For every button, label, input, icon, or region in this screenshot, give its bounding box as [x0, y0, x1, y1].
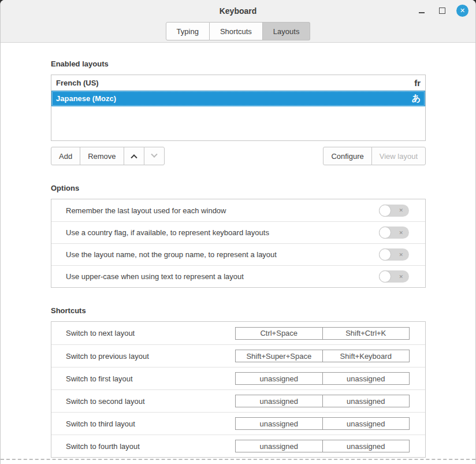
- chevron-up-icon: [131, 154, 137, 161]
- configure-button[interactable]: Configure: [323, 147, 371, 165]
- layout-buttons-row: Add Remove Configure View layout: [51, 147, 426, 165]
- keybinding-cell-1[interactable]: unassigned: [236, 395, 322, 407]
- window-header: Keyboard ✕ Typing Shortcuts Layouts: [1, 0, 475, 43]
- maximize-button[interactable]: [436, 5, 448, 17]
- shortcut-label: Switch to fourth layout: [66, 442, 140, 451]
- toggle-knob: [379, 205, 391, 217]
- tab-typing[interactable]: Typing: [166, 22, 210, 40]
- minimize-button[interactable]: [416, 5, 427, 17]
- keybinding-cell-2[interactable]: Shift+Keyboard: [322, 350, 410, 362]
- enabled-layouts-heading: Enabled layouts: [51, 60, 426, 68]
- chevron-down-icon: [151, 151, 157, 158]
- keybinding-cell-1[interactable]: unassigned: [236, 373, 322, 384]
- layout-name: French (US): [56, 79, 99, 87]
- keybinding-group: Shift+Super+Space Shift+Keyboard: [235, 350, 410, 362]
- toggle-knob: [379, 227, 391, 239]
- shortcut-label: Switch to second layout: [66, 397, 145, 406]
- layouts-page: Enabled layouts French (US) fr Japanese …: [1, 43, 475, 464]
- move-up-button[interactable]: [124, 147, 144, 165]
- shortcuts-heading: Shortcuts: [51, 306, 426, 315]
- toggle-remember-layout[interactable]: ✕: [379, 205, 409, 217]
- window-controls: ✕: [416, 0, 468, 21]
- keybinding-cell-1[interactable]: unassigned: [236, 440, 322, 452]
- keybinding-group: unassigned unassigned: [235, 417, 410, 430]
- maximize-icon: [439, 8, 445, 14]
- keybinding-cell-2[interactable]: unassigned: [322, 395, 410, 407]
- toggle-off-icon: ✕: [399, 207, 403, 213]
- option-label: Use the layout name, not the group name,…: [66, 250, 277, 259]
- view-layout-button[interactable]: View layout: [371, 147, 426, 165]
- toggle-off-icon: ✕: [399, 229, 403, 235]
- toggle-layout-name[interactable]: ✕: [379, 248, 409, 261]
- minimize-icon: [419, 12, 425, 13]
- shortcut-row-next-layout: Switch to next layout Ctrl+Space Shift+C…: [51, 322, 425, 344]
- keybinding-group: unassigned unassigned: [235, 395, 410, 407]
- shortcut-row-third-layout: Switch to third layout unassigned unassi…: [51, 412, 425, 435]
- toggle-knob: [379, 270, 391, 283]
- layout-row-japanese[interactable]: Japanese (Mozc) あ: [51, 91, 425, 106]
- window-bottom-edge: [1, 459, 475, 460]
- keybinding-cell-1[interactable]: Shift+Super+Space: [236, 350, 322, 362]
- keybinding-cell-2[interactable]: unassigned: [322, 440, 410, 452]
- tab-typing-label: Typing: [177, 27, 199, 36]
- tab-layouts[interactable]: Layouts: [263, 22, 311, 40]
- keybinding-group: Ctrl+Space Shift+Ctrl+K: [235, 327, 410, 340]
- toggle-off-icon: ✕: [399, 251, 403, 257]
- add-button[interactable]: Add: [51, 147, 80, 165]
- enabled-layouts-list: French (US) fr Japanese (Mozc) あ: [51, 75, 426, 141]
- layout-indicator-fr: fr: [414, 78, 421, 88]
- tab-group: Typing Shortcuts Layouts: [166, 22, 311, 40]
- shortcut-label: Switch to previous layout: [66, 352, 149, 361]
- layout-row-french[interactable]: French (US) fr: [51, 75, 425, 91]
- option-row-remember-layout: Remember the last layout used for each w…: [51, 199, 425, 221]
- toggle-country-flag[interactable]: ✕: [379, 227, 409, 239]
- option-row-upper-case: Use upper-case when using text to repres…: [51, 265, 425, 287]
- toggle-off-icon: ✕: [399, 273, 403, 279]
- keybinding-cell-1[interactable]: unassigned: [236, 418, 322, 429]
- keyboard-settings-window: Keyboard ✕ Typing Shortcuts Layouts Enab…: [0, 0, 476, 464]
- shortcut-label: Switch to third layout: [66, 420, 135, 428]
- shortcut-row-second-layout: Switch to second layout unassigned unass…: [51, 389, 425, 412]
- option-row-layout-name: Use the layout name, not the group name,…: [51, 243, 425, 265]
- option-label: Use upper-case when using text to repres…: [66, 272, 244, 281]
- keybinding-cell-1[interactable]: Ctrl+Space: [236, 328, 322, 339]
- close-icon: ✕: [460, 7, 465, 14]
- shortcut-row-first-layout: Switch to first layout unassigned unassi…: [51, 367, 425, 389]
- layout-action-buttons: Configure View layout: [323, 147, 426, 165]
- option-label: Use a country flag, if available, to rep…: [66, 228, 269, 237]
- move-down-button[interactable]: [144, 147, 165, 165]
- shortcut-label: Switch to next layout: [66, 329, 135, 337]
- shortcuts-panel: Switch to next layout Ctrl+Space Shift+C…: [51, 321, 426, 458]
- tab-shortcuts-label: Shortcuts: [220, 27, 252, 36]
- shortcut-row-fourth-layout: Switch to fourth layout unassigned unass…: [51, 435, 425, 457]
- toggle-upper-case[interactable]: ✕: [379, 270, 409, 283]
- options-heading: Options: [51, 184, 426, 192]
- keybinding-cell-2[interactable]: unassigned: [322, 373, 410, 384]
- options-panel: Remember the last layout used for each w…: [51, 199, 426, 288]
- layout-indicator-ja: あ: [412, 93, 421, 104]
- shortcut-label: Switch to first layout: [66, 374, 133, 383]
- window-title: Keyboard: [220, 6, 257, 16]
- keybinding-cell-2[interactable]: Shift+Ctrl+K: [322, 328, 410, 339]
- keybinding-cell-2[interactable]: unassigned: [322, 418, 410, 429]
- layout-name: Japanese (Mozc): [56, 94, 116, 103]
- titlebar: Keyboard ✕: [1, 0, 475, 21]
- tab-bar: Typing Shortcuts Layouts: [1, 21, 475, 42]
- option-label: Remember the last layout used for each w…: [66, 206, 226, 215]
- option-row-country-flag: Use a country flag, if available, to rep…: [51, 221, 425, 243]
- keybinding-group: unassigned unassigned: [235, 440, 410, 452]
- keybinding-group: unassigned unassigned: [235, 372, 410, 385]
- remove-button[interactable]: Remove: [80, 147, 124, 165]
- close-button[interactable]: ✕: [456, 5, 468, 17]
- toggle-knob: [379, 248, 391, 261]
- layout-edit-buttons: Add Remove: [51, 147, 165, 165]
- shortcut-row-previous-layout: Switch to previous layout Shift+Super+Sp…: [51, 344, 425, 367]
- tab-layouts-label: Layouts: [273, 27, 300, 36]
- tab-shortcuts[interactable]: Shortcuts: [210, 22, 263, 40]
